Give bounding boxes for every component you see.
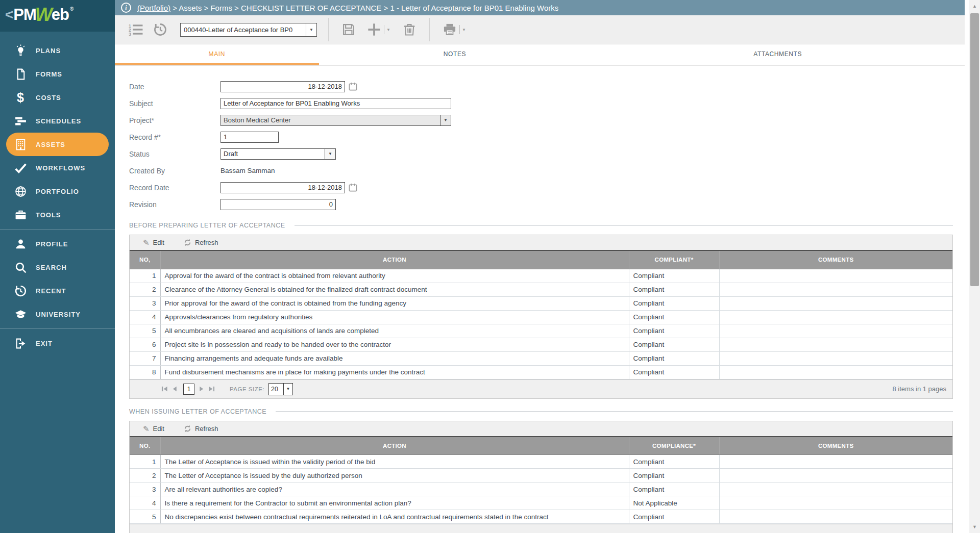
checklist-row[interactable]: 3 Are all relevant authorities are copie… xyxy=(130,483,952,496)
calendar-icon[interactable] xyxy=(349,82,357,91)
status-label: Status xyxy=(129,150,220,158)
column-header-comments[interactable]: COMMENTS xyxy=(719,437,952,455)
chevron-down-icon[interactable]: ▼ xyxy=(283,384,292,395)
add-options-dropdown[interactable]: ▼ xyxy=(384,25,390,34)
row-number: 4 xyxy=(130,310,160,324)
sidebar-item-portfolio[interactable]: PORTFOLIO xyxy=(6,180,109,203)
current-page-number[interactable]: 1 xyxy=(183,384,194,395)
chevron-down-icon: ▼ xyxy=(386,28,390,32)
checklist-row[interactable]: 6 Project site is in possession and read… xyxy=(130,338,952,351)
scroll-down-arrow[interactable]: ▼ xyxy=(969,521,980,533)
sidebar-item-university[interactable]: UNIVERSITY xyxy=(6,302,109,326)
column-header-comments[interactable]: COMMENTS xyxy=(719,251,952,269)
checklist-row[interactable]: 4 Approvals/clearances from regulatory a… xyxy=(130,310,952,324)
created-by-value: Bassam Samman xyxy=(220,167,275,174)
row-action: Is there a requirement for the Contracto… xyxy=(160,496,629,510)
calendar-icon[interactable] xyxy=(349,183,357,192)
checklist-row[interactable]: 1 Approval for the award of the contract… xyxy=(130,269,952,283)
scroll-up-arrow[interactable]: ▲ xyxy=(969,0,980,12)
tab-main[interactable]: MAIN xyxy=(115,44,319,65)
checkmark-icon xyxy=(13,161,28,175)
checklist-row[interactable]: 5 All encumbrances are cleared and acqui… xyxy=(130,324,952,338)
date-input[interactable] xyxy=(220,81,345,92)
sidebar-item-label: WORKFLOWS xyxy=(36,164,85,172)
checklist-row[interactable]: 2 Clearance of the Attorney General is o… xyxy=(130,283,952,296)
refresh-button[interactable]: Refresh xyxy=(184,239,218,246)
record-number-input[interactable] xyxy=(220,132,279,143)
print-options-dropdown[interactable]: ▼ xyxy=(459,25,466,34)
row-action: All encumbrances are cleared and acquisi… xyxy=(160,324,629,338)
row-action: The Letter of Acceptance is issued withi… xyxy=(160,455,629,469)
row-action: No discrepancies exist between contractu… xyxy=(160,510,629,524)
chevron-down-icon[interactable]: ▼ xyxy=(306,23,316,36)
sidebar-item-workflows[interactable]: WORKFLOWS xyxy=(6,156,109,180)
refresh-button[interactable]: Refresh xyxy=(184,425,218,433)
sidebar-item-assets[interactable]: ASSETS xyxy=(6,133,109,156)
section-divider-line xyxy=(295,225,953,226)
project-select[interactable]: Boston Medical Center ▼ xyxy=(220,115,451,126)
edit-button[interactable]: ✎Edit xyxy=(143,425,164,433)
row-action: Approval for the award of the contract i… xyxy=(160,269,629,283)
globe-icon xyxy=(13,184,28,198)
checklist-row[interactable]: 4 Is there a requirement for the Contrac… xyxy=(130,496,952,510)
tab-notes[interactable]: NOTES xyxy=(319,44,591,65)
section-divider-line xyxy=(276,411,953,412)
briefcase-icon xyxy=(13,208,28,222)
grid-toolbar: ✎Edit Refresh xyxy=(130,421,952,437)
column-header-compliance[interactable]: COMPLIANCE* xyxy=(629,437,719,455)
chevron-down-icon[interactable]: ▼ xyxy=(440,115,451,125)
column-header-compliance[interactable]: COMPLIANT* xyxy=(629,251,719,269)
last-page-button[interactable] xyxy=(207,385,216,393)
edit-button[interactable]: ✎Edit xyxy=(143,239,164,246)
sidebar-item-schedules[interactable]: SCHEDULES xyxy=(6,109,109,133)
sidebar-item-forms[interactable]: FORMS xyxy=(6,62,109,86)
sidebar-item-profile[interactable]: PROFILE xyxy=(6,232,109,256)
row-number: 8 xyxy=(130,365,160,379)
scrollbar-thumb[interactable] xyxy=(970,13,979,286)
row-number: 1 xyxy=(130,455,160,469)
previous-page-button[interactable] xyxy=(170,385,179,393)
sidebar-item-label: PLANS xyxy=(36,47,61,55)
delete-icon[interactable] xyxy=(401,21,418,38)
column-header-no[interactable]: NO, xyxy=(130,251,160,269)
row-number: 5 xyxy=(130,324,160,338)
chevron-down-icon[interactable]: ▼ xyxy=(325,149,335,159)
record-history-icon[interactable] xyxy=(152,21,169,38)
status-value: Draft xyxy=(221,149,325,159)
row-action: Clearance of the Attorney General is obt… xyxy=(160,283,629,296)
numbered-list-icon[interactable]: 123 xyxy=(127,21,144,38)
sidebar-item-recent[interactable]: RECENT xyxy=(6,279,109,302)
checklist-row[interactable]: 1 The Letter of Acceptance is issued wit… xyxy=(130,455,952,469)
checklist-row[interactable]: 7 Financing arrangements and adequate fu… xyxy=(130,351,952,365)
sidebar-item-plans[interactable]: PLANS xyxy=(6,39,109,62)
record-selector-dropdown[interactable]: 000440-Letter of Acceptance for BP0 ▼ xyxy=(180,23,317,37)
page-size-select[interactable]: 20 ▼ xyxy=(268,383,293,395)
column-header-action[interactable]: ACTION xyxy=(160,437,629,455)
status-select[interactable]: Draft ▼ xyxy=(220,148,336,160)
sidebar-item-exit[interactable]: EXIT xyxy=(6,332,109,355)
add-icon[interactable] xyxy=(365,21,383,38)
pmweb-logo[interactable]: <PMWeb® xyxy=(0,0,115,32)
vertical-scrollbar[interactable]: ▲ ▼ xyxy=(969,0,980,533)
column-header-no[interactable]: NO. xyxy=(130,437,160,455)
info-icon[interactable]: i xyxy=(121,3,131,13)
sidebar-item-tools[interactable]: TOOLS xyxy=(6,203,109,226)
sidebar-item-search[interactable]: SEARCH xyxy=(6,256,109,279)
first-page-button[interactable] xyxy=(160,385,169,393)
checklist-row[interactable]: 5 No discrepancies exist between contrac… xyxy=(130,510,952,524)
tab-attachments[interactable]: ATTACHMENTS xyxy=(591,44,965,65)
row-action: Financing arrangements and adequate fund… xyxy=(160,351,629,365)
print-icon[interactable] xyxy=(441,21,458,38)
checklist-row[interactable]: 2 The Letter of Acceptance is issued by … xyxy=(130,469,952,483)
logo-text-w: W xyxy=(35,5,53,24)
save-icon[interactable] xyxy=(340,21,357,38)
breadcrumb-portfolio-link[interactable]: (Portfolio) xyxy=(137,4,170,12)
record-date-input[interactable] xyxy=(220,182,345,193)
checklist-row[interactable]: 3 Prior approval for the award of the co… xyxy=(130,296,952,310)
next-page-button[interactable] xyxy=(197,385,206,393)
sidebar-item-costs[interactable]: $ COSTS xyxy=(6,86,109,109)
checklist-row[interactable]: 8 Fund disbursement mechanisms are in pl… xyxy=(130,365,952,379)
column-header-action[interactable]: ACTION xyxy=(160,251,629,269)
subject-input[interactable] xyxy=(220,98,451,109)
revision-input[interactable] xyxy=(220,199,336,210)
